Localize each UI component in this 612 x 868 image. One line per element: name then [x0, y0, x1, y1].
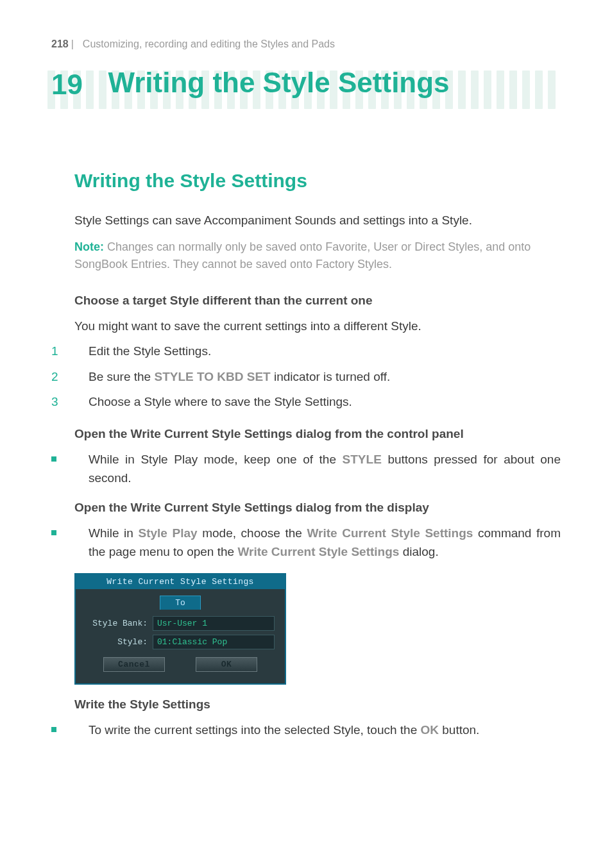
- dialog-label-style: Style:: [86, 637, 148, 647]
- ui-term: STYLE: [343, 453, 382, 466]
- content-body: Style Settings can save Accompaniment So…: [74, 211, 561, 739]
- lead-paragraph: Style Settings can save Accompaniment So…: [74, 211, 561, 230]
- bullet-text: While in: [89, 526, 139, 540]
- step-text: indicator is turned off.: [271, 370, 391, 383]
- step-item: Be sure the STYLE TO KBD SET indicator i…: [51, 367, 561, 386]
- step-item: Choose a Style where to save the Style S…: [51, 392, 561, 411]
- note-body: Changes can normally only be saved onto …: [74, 240, 531, 271]
- subheading-write: Write the Style Settings: [74, 697, 561, 712]
- bullet-text: button.: [439, 723, 479, 737]
- page-root: 218 | Customizing, recording and editing…: [0, 0, 612, 776]
- bullet-item: While in Style Play mode, choose the Wri…: [51, 524, 561, 562]
- running-header: 218 | Customizing, recording and editing…: [51, 38, 561, 50]
- write-style-settings-dialog: Write Current Style Settings To Style Ba…: [74, 573, 286, 685]
- bullet-text: While in Style Play mode, keep one of th…: [89, 453, 343, 466]
- choose-target-paragraph: You might want to save the current setti…: [74, 317, 561, 335]
- note-label: Note:: [74, 240, 104, 253]
- dialog-row-style: Style: 01:Classic Pop: [86, 635, 275, 649]
- dialog-row-bank: Style Bank: Usr-User 1: [86, 616, 275, 631]
- ui-term: Style Play: [139, 526, 198, 540]
- dialog-label-bank: Style Bank:: [86, 619, 148, 628]
- bullet-list: While in Style Play mode, choose the Wri…: [51, 524, 561, 562]
- dialog-tab-to[interactable]: To: [160, 596, 201, 610]
- bullet-item: While in Style Play mode, keep one of th…: [51, 450, 561, 488]
- chapter-header: 19 Writing the Style Settings: [51, 67, 561, 99]
- ok-button[interactable]: OK: [196, 657, 257, 672]
- cancel-button[interactable]: Cancel: [103, 657, 165, 672]
- dialog-button-row: Cancel OK: [86, 653, 275, 678]
- chapter-number: 19: [51, 67, 105, 99]
- dialog-field-style[interactable]: 01:Classic Pop: [153, 635, 275, 649]
- subheading-open-panel: Open the Write Current Style Settings di…: [74, 427, 561, 441]
- dialog-body: To Style Bank: Usr-User 1 Style: 01:Clas…: [76, 589, 285, 683]
- bullet-item: To write the current settings into the s…: [51, 721, 561, 739]
- header-section-title: Customizing, recording and editing the S…: [83, 38, 335, 50]
- bullet-text: dialog.: [399, 545, 438, 558]
- ui-term: OK: [421, 723, 439, 737]
- bullet-text: mode, choose the: [198, 526, 307, 540]
- step-item: Edit the Style Settings.: [51, 342, 561, 360]
- ui-term: STYLE TO KBD SET: [154, 370, 270, 383]
- bullet-list: While in Style Play mode, keep one of th…: [51, 450, 561, 488]
- page-number: 218: [51, 38, 69, 50]
- step-text: Choose a Style where to save the Style S…: [89, 395, 352, 408]
- step-text: Edit the Style Settings.: [89, 344, 211, 358]
- numbered-steps: Edit the Style Settings. Be sure the STY…: [51, 342, 561, 411]
- chapter-title: Writing the Style Settings: [108, 67, 449, 99]
- subheading-open-display: Open the Write Current Style Settings di…: [74, 501, 561, 515]
- header-separator: |: [71, 38, 74, 50]
- section-title: Writing the Style Settings: [74, 170, 561, 192]
- note-paragraph: Note: Changes can normally only be saved…: [74, 238, 561, 273]
- step-text: Be sure the: [89, 370, 154, 383]
- dialog-title: Write Current Style Settings: [76, 574, 285, 589]
- ui-term: Write Current Style Settings: [237, 545, 399, 558]
- ui-term: Write Current Style Settings: [307, 526, 473, 540]
- bullet-text: To write the current settings into the s…: [89, 723, 421, 737]
- subheading-choose-target: Choose a target Style different than the…: [74, 294, 561, 308]
- dialog-field-bank[interactable]: Usr-User 1: [153, 616, 275, 631]
- bullet-list: To write the current settings into the s…: [51, 721, 561, 739]
